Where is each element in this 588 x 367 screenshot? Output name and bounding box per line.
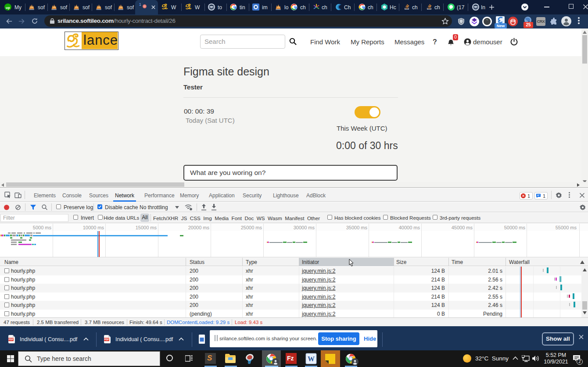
svg-text:W: W xyxy=(308,355,315,363)
svg-text:up: up xyxy=(6,6,10,10)
svg-text:PDF: PDF xyxy=(8,338,14,341)
svg-text:PDF: PDF xyxy=(104,338,109,341)
